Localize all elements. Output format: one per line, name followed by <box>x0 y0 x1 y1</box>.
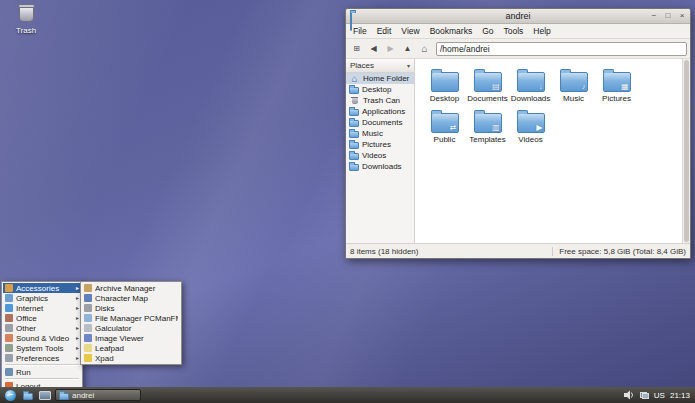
status-free-space: Free space: 5,8 GiB (Total: 8,4 GiB) <box>552 247 686 256</box>
sidebar-item[interactable]: Desktop <box>346 84 414 95</box>
submenu-item[interactable]: Galculator <box>82 323 180 333</box>
submenu-item[interactable]: Disks <box>82 303 180 313</box>
menu-category[interactable]: Other ▸ <box>3 323 81 333</box>
submenu-item[interactable]: File Manager PCManFM <box>82 313 180 323</box>
menu-category[interactable]: Preferences ▸ <box>3 353 81 363</box>
quick-launch-file-manager[interactable] <box>21 389 35 402</box>
submenu-item[interactable]: Character Map <box>82 293 180 303</box>
file-item[interactable]: Desktop <box>423 67 466 103</box>
minimize-button[interactable]: − <box>649 10 659 21</box>
sidebar-item[interactable]: Documents <box>346 117 414 128</box>
menubar-item[interactable]: Edit <box>372 25 397 37</box>
menu-category[interactable]: System Tools ▸ <box>3 343 81 353</box>
desktop-icon <box>349 87 359 94</box>
file-item[interactable]: ▶ Videos <box>509 108 552 144</box>
places-label: Places <box>350 61 374 70</box>
applications-icon <box>349 109 359 116</box>
submenu-item[interactable]: Xpad <box>82 353 180 363</box>
menubar-item[interactable]: Help <box>528 25 555 37</box>
sidebar-item-label: Videos <box>362 151 386 160</box>
close-button[interactable]: × <box>677 10 687 21</box>
file-label: Downloads <box>509 95 552 103</box>
submenu-item[interactable]: Archive Manager <box>82 283 180 293</box>
file-label: Desktop <box>423 95 466 103</box>
menubar-item[interactable]: Bookmarks <box>425 25 478 37</box>
menu-category-label: System Tools <box>16 344 73 353</box>
desktop-folder-icon <box>431 72 459 92</box>
up-button[interactable]: ▲ <box>400 42 415 56</box>
accessories-icon <box>5 284 13 292</box>
submenu-arrow-icon: ▸ <box>76 303 79 313</box>
desktop: Trash andrei − □ × FileEditViewBookmarks… <box>0 0 695 403</box>
submenu-item[interactable]: Image Viewer <box>82 333 180 343</box>
menubar-item[interactable]: View <box>396 25 424 37</box>
sidebar-item-label: Pictures <box>362 140 391 149</box>
submenu-item[interactable]: Leafpad <box>82 343 180 353</box>
sidebar-item[interactable]: Applications <box>346 106 414 117</box>
menu-category-label: Office <box>16 314 73 323</box>
menu-categories: Accessories ▸ Graphics ▸ Internet ▸ <box>3 283 81 363</box>
folder-emblem: ▤ <box>492 82 500 91</box>
menu-category[interactable]: Graphics ▸ <box>3 293 81 303</box>
file-label: Public <box>423 136 466 144</box>
file-item[interactable]: ▥ Templates <box>466 108 509 144</box>
menubar-item[interactable]: Tools <box>499 25 529 37</box>
clock[interactable]: 21:13 <box>670 391 690 400</box>
network-icon[interactable] <box>640 392 649 399</box>
menu-category-label: Internet <box>16 304 73 313</box>
file-item[interactable]: ↓ Downloads <box>509 67 552 103</box>
sidebar-item[interactable]: Pictures <box>346 139 414 150</box>
documents-folder-icon: ▤ <box>474 72 502 92</box>
sidebar-item[interactable]: Downloads <box>346 161 414 172</box>
sidebar-item-label: Documents <box>362 118 402 127</box>
titlebar[interactable]: andrei − □ × <box>346 9 690 24</box>
path-input[interactable] <box>436 42 687 56</box>
back-button[interactable]: ◀ <box>366 42 381 56</box>
sidebar-item[interactable]: Trash Can <box>346 95 414 106</box>
keyboard-layout-indicator[interactable]: US <box>654 391 665 400</box>
menu-item-run[interactable]: Run <box>3 367 81 377</box>
folder-emblem: ♪ <box>582 82 586 91</box>
window-title: andrei <box>346 11 690 21</box>
places-selector[interactable]: Places ▾ <box>346 59 414 73</box>
maximize-button[interactable]: □ <box>663 10 673 21</box>
file-item[interactable]: ⇄ Public <box>423 108 466 144</box>
forward-button[interactable]: ▶ <box>383 42 398 56</box>
menu-category-label: Sound & Video <box>16 334 73 343</box>
file-item[interactable]: ▦ Pictures <box>595 67 638 103</box>
new-tab-button[interactable]: ⊞ <box>349 42 364 56</box>
system-tray: US 21:13 <box>624 390 692 400</box>
downloads-icon <box>349 164 359 171</box>
taskbar-task-andrei[interactable]: andrei <box>55 389 141 401</box>
sidebar-item[interactable]: Home Folder <box>346 73 414 84</box>
videos-folder-icon: ▶ <box>517 113 545 133</box>
menu-category[interactable]: Internet ▸ <box>3 303 81 313</box>
templates-folder-icon: ▥ <box>474 113 502 133</box>
app-icon <box>84 294 92 302</box>
submenu-arrow-icon: ▸ <box>76 323 79 333</box>
sidebar-item[interactable]: Music <box>346 128 414 139</box>
home-button[interactable]: ⌂ <box>417 42 432 56</box>
trash-icon <box>349 96 360 106</box>
app-icon <box>84 324 92 332</box>
places-list: Home Folder Desktop Trash Can <box>346 73 414 243</box>
menu-category[interactable]: Sound & Video ▸ <box>3 333 81 343</box>
menu-category[interactable]: Office ▸ <box>3 313 81 323</box>
file-item[interactable]: ▤ Documents <box>466 67 509 103</box>
sound-video-icon <box>5 334 13 342</box>
volume-icon[interactable] <box>624 390 635 400</box>
file-item[interactable]: ♪ Music <box>552 67 595 103</box>
show-desktop-button[interactable] <box>38 389 52 402</box>
sidebar-item[interactable]: Videos <box>346 150 414 161</box>
menu-category-label: Other <box>16 324 73 333</box>
menu-category[interactable]: Accessories ▸ <box>3 283 81 293</box>
file-manager-icon <box>23 393 33 400</box>
submenu-arrow-icon: ▸ <box>76 353 79 363</box>
submenu-item-label: Xpad <box>95 354 178 363</box>
start-menu-button[interactable] <box>3 389 18 402</box>
trash-desktop-icon[interactable]: Trash <box>6 6 46 35</box>
desktop-monitor-icon <box>39 391 51 400</box>
file-label: Documents <box>466 95 509 103</box>
vertical-scrollbar[interactable] <box>682 59 690 243</box>
menubar-item[interactable]: Go <box>477 25 498 37</box>
